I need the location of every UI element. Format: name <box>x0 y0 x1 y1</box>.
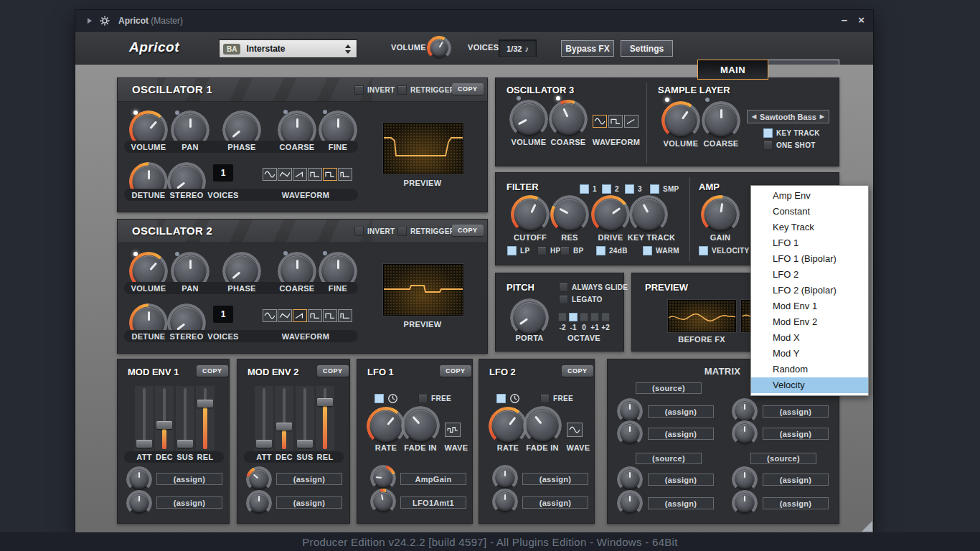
tab-main[interactable]: MAIN <box>697 60 768 80</box>
osc1-wave-triangle-button[interactable] <box>278 168 292 181</box>
lfo-1-rate-knob[interactable] <box>370 410 402 442</box>
detach-arrow-icon[interactable] <box>88 18 92 24</box>
osc1-invert-checkbox[interactable] <box>354 85 364 95</box>
matrix-amount-knob-4[interactable] <box>735 424 754 443</box>
osc1-copy-button[interactable]: COPY <box>452 83 484 95</box>
mod-env-1-sus-slider[interactable] <box>176 386 194 451</box>
matrix-assign-2[interactable]: (assign) <box>763 405 829 418</box>
preset-selector[interactable]: BA Interstate <box>219 39 357 58</box>
spinner-up-icon[interactable] <box>345 44 351 48</box>
matrix-assign-6[interactable]: (assign) <box>763 474 829 486</box>
matrix-assign-5[interactable]: (assign) <box>648 474 714 486</box>
lfo-2-wave-button[interactable] <box>567 423 583 437</box>
matrix-amount-knob-5[interactable] <box>621 470 639 489</box>
matrix-source-4[interactable]: (source) <box>750 453 816 464</box>
lfo-2-amount-knob-2[interactable] <box>496 492 514 511</box>
lfo-1-wave-button[interactable] <box>445 423 461 437</box>
lfo-2-fadein-knob[interactable] <box>527 410 558 441</box>
gear-icon[interactable] <box>100 16 110 29</box>
osc2-wave-narrow-pulse-button[interactable] <box>338 309 352 322</box>
dropdown-item-mod-env-1[interactable]: Mod Env 1 <box>751 298 868 314</box>
osc2-wave-pulse-button[interactable] <box>308 309 322 322</box>
window-titlebar[interactable]: Apricot (Master) – × <box>75 10 873 32</box>
filter-drive-knob[interactable] <box>595 199 626 230</box>
osc1-wave-square-button[interactable] <box>323 168 337 181</box>
filter-lp-checkbox[interactable] <box>507 246 517 255</box>
mod-env-1-att-slider[interactable] <box>135 386 154 451</box>
filter-route-3-checkbox[interactable] <box>625 184 634 194</box>
lfo-1-copy-button[interactable]: COPY <box>440 365 471 377</box>
osc1-retrigger-checkbox[interactable] <box>397 85 407 95</box>
preset-spinner[interactable] <box>345 44 351 54</box>
osc2-wave-triangle-button[interactable] <box>278 309 292 322</box>
dropdown-item-constant[interactable]: Constant <box>751 204 868 220</box>
octave-plus2-button[interactable] <box>601 313 610 321</box>
matrix-assign-8[interactable]: (assign) <box>763 497 829 509</box>
mod-env-1-assign-2[interactable]: (assign) <box>156 496 222 509</box>
dropdown-item-mod-x[interactable]: Mod X <box>751 330 868 346</box>
mod-env-1-amount-knob-2[interactable] <box>130 494 149 512</box>
mod-env-2-att-slider[interactable] <box>255 386 273 451</box>
mod-env-2-amount-knob-2[interactable] <box>250 494 268 512</box>
minimize-button[interactable]: – <box>842 14 847 27</box>
filter-res-knob[interactable] <box>554 199 585 230</box>
amp-velocity-checkbox[interactable] <box>699 246 708 255</box>
mod-env-1-rel-slider[interactable] <box>196 386 215 451</box>
filter-hp-checkbox[interactable] <box>537 246 547 255</box>
osc3-wave-sine-button[interactable] <box>593 115 607 128</box>
matrix-amount-knob-7[interactable] <box>621 494 639 512</box>
sample-volume-knob[interactable] <box>665 105 697 136</box>
osc1-wave-saw-button[interactable] <box>293 168 307 181</box>
dropdown-item-lfo-2-bipolar[interactable]: LFO 2 (Bipolar) <box>751 283 868 298</box>
dropdown-item-lfo-1-bipolar[interactable]: LFO 1 (Bipolar) <box>751 251 868 267</box>
spinner-down-icon[interactable] <box>345 50 351 54</box>
mod-env-2-copy-button[interactable]: COPY <box>317 365 349 377</box>
mod-env-2-assign-2[interactable]: (assign) <box>276 496 342 509</box>
settings-button[interactable]: Settings <box>621 40 673 57</box>
matrix-amount-knob-1[interactable] <box>621 402 639 420</box>
matrix-assign-4[interactable]: (assign) <box>763 428 829 440</box>
octave-0-button[interactable] <box>580 313 588 321</box>
octave-minus1-button[interactable] <box>569 313 578 321</box>
lfo-1-amount-knob-2[interactable] <box>374 492 392 511</box>
filter-route-2-checkbox[interactable] <box>602 184 611 194</box>
mod-env-2-rel-slider[interactable] <box>316 386 334 451</box>
osc2-wave-sine-button[interactable] <box>263 309 277 322</box>
osc3-wave-saw-button[interactable] <box>624 115 639 128</box>
osc3-coarse-knob[interactable] <box>552 103 584 135</box>
lfo-2-rate-knob[interactable] <box>492 410 524 442</box>
lfo-1-tempo-sync-checkbox[interactable] <box>374 394 384 403</box>
osc2-copy-button[interactable]: COPY <box>452 225 484 236</box>
mod-env-2-amount-knob-1[interactable] <box>250 470 268 489</box>
octave-minus2-button[interactable] <box>558 313 567 321</box>
mod-env-1-amount-knob-1[interactable] <box>130 470 149 489</box>
sample-next-icon[interactable]: ▶ <box>820 113 824 120</box>
matrix-source-3[interactable]: (source) <box>636 453 702 464</box>
lfo-1-assign-2[interactable]: LFO1Amt1 <box>400 496 466 509</box>
osc3-volume-knob[interactable] <box>513 103 545 135</box>
close-button[interactable]: × <box>858 14 864 27</box>
mod-env-1-dec-slider[interactable] <box>155 386 174 451</box>
mod-env-2-assign-1[interactable]: (assign) <box>276 473 342 485</box>
bypass-fx-button[interactable]: Bypass FX <box>561 40 614 57</box>
osc2-retrigger-checkbox[interactable] <box>397 227 407 236</box>
matrix-amount-knob-6[interactable] <box>735 470 754 489</box>
octave-plus1-button[interactable] <box>590 313 599 321</box>
mod-env-2-sus-slider[interactable] <box>296 386 314 451</box>
lfo-2-amount-knob-1[interactable] <box>496 468 514 487</box>
dropdown-item-amp-env[interactable]: Amp Env <box>751 188 868 204</box>
filter-cutoff-knob[interactable] <box>514 199 546 230</box>
dropdown-item-key-track[interactable]: Key Track <box>751 220 868 235</box>
filter-warm-checkbox[interactable] <box>643 246 652 255</box>
filter-route-1-checkbox[interactable] <box>580 184 589 194</box>
osc3-wave-square-button[interactable] <box>608 115 623 128</box>
sample-key-track-checkbox[interactable] <box>763 128 773 138</box>
voices-value-box[interactable]: 1/32♪ <box>499 39 537 57</box>
osc1-voices-value[interactable]: 1 <box>213 164 233 182</box>
matrix-amount-knob-2[interactable] <box>735 402 754 420</box>
mod-env-1-assign-1[interactable]: (assign) <box>156 473 222 485</box>
matrix-assign-7[interactable]: (assign) <box>648 497 714 509</box>
filter-bp-checkbox[interactable] <box>560 246 570 255</box>
filter-24db-checkbox[interactable] <box>596 246 606 255</box>
sample-preset-selector[interactable]: ◀ Sawtooth Bass ▶ <box>747 110 829 123</box>
